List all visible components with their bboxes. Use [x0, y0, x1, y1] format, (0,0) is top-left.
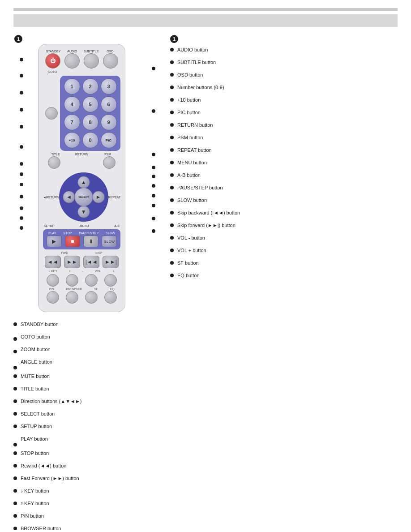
- section-number-right: 1: [170, 35, 178, 43]
- desc-text-menu: MENU button: [177, 159, 207, 166]
- goto-button[interactable]: [45, 107, 58, 120]
- left-label-angle: [20, 101, 26, 118]
- key-vol-label-row: ♭ KEY ♯ - VOL +: [43, 270, 120, 273]
- desc-text-subtitle: SUBTITLE button: [177, 59, 216, 66]
- title-button[interactable]: [48, 156, 60, 169]
- label-pause-step: PAUSE/STEP: [79, 232, 98, 235]
- label-setup: SETUP: [44, 224, 54, 227]
- bullet-play: [20, 195, 23, 198]
- dpad-left-button[interactable]: ◄: [63, 191, 75, 203]
- right-section-header: 1: [170, 35, 398, 43]
- right-descriptions: AUDIO button SUBTITLE button OSD button …: [170, 47, 398, 285]
- right-label-psm: [150, 172, 157, 181]
- dpad-right-button[interactable]: ►: [92, 191, 105, 203]
- label-return-side: ◄RETURN: [43, 196, 59, 199]
- label-vol: VOL: [95, 270, 101, 273]
- skip-fwd-button[interactable]: ►►|: [103, 256, 119, 268]
- num-3-button[interactable]: 3: [101, 78, 117, 94]
- desc-vol-minus: VOL - button: [170, 235, 398, 244]
- eq-button[interactable]: [104, 291, 117, 304]
- desc-vol-plus: VOL + button: [170, 247, 398, 256]
- desc-text-key-b: ♭ KEY button: [21, 488, 49, 494]
- num-2-button[interactable]: 2: [82, 78, 98, 94]
- standby-button[interactable]: ⏻: [45, 53, 60, 69]
- slow-button[interactable]: SLOW: [102, 236, 117, 247]
- desc-text-direction: Direction buttons (▲▼◄►): [21, 398, 81, 405]
- top-label-row: STANDBY AUDIO SUBTITLE OSD: [43, 50, 120, 53]
- bullet-dir1: [20, 162, 23, 166]
- select-button[interactable]: SELECT: [74, 188, 93, 206]
- desc-setup: SETUP button: [13, 423, 398, 432]
- label-return: RETURN: [70, 153, 93, 156]
- desc-text-skip-back: Skip backward (|◄◄) button: [177, 210, 240, 216]
- audio-button[interactable]: [64, 53, 80, 69]
- desc-bullet-vol-plus: [170, 249, 174, 252]
- label-eq: EQ: [110, 287, 115, 291]
- num-8-button[interactable]: 8: [82, 114, 98, 130]
- desc-text-skip-fwd: Skip forward (►►|) button: [177, 222, 235, 229]
- num-7-button[interactable]: 7: [64, 114, 80, 130]
- bullet-angle: [20, 108, 23, 112]
- desc-text-numpad: Number buttons (0-9): [177, 84, 224, 91]
- label-key-hash: ♯: [69, 270, 70, 273]
- bullet-setup: [20, 183, 23, 186]
- desc-menu: MENU button: [170, 159, 398, 168]
- desc-pause: PAUSE/STEP button: [170, 184, 398, 193]
- desc-text-pic: PIC button: [177, 109, 201, 116]
- dpad-up-button[interactable]: ▲: [77, 176, 90, 189]
- desc-text-standby: STANDBY button: [21, 321, 59, 328]
- desc-goto: GOTO button: [13, 334, 398, 343]
- num-1-button[interactable]: 1: [64, 78, 80, 94]
- rewind-button[interactable]: ◄◄: [45, 256, 61, 268]
- plus10-button[interactable]: +10: [64, 132, 80, 148]
- num-0-button[interactable]: 0: [82, 132, 98, 148]
- pause-step-button[interactable]: ⏸: [83, 236, 98, 247]
- left-label-stop: [20, 203, 26, 213]
- label-slow: SLOW: [106, 232, 115, 235]
- stop-button[interactable]: ■: [65, 236, 80, 247]
- num-9-button[interactable]: 9: [101, 114, 117, 130]
- numpad-section: 1 2 3 4 5 6 7 8 9 +10: [60, 76, 120, 151]
- bottom-left-desc: STANDBY button GOTO button ZOOM button A…: [13, 321, 398, 532]
- vol-minus-button[interactable]: [85, 274, 98, 287]
- desc-text-sf: SF button: [177, 260, 199, 266]
- desc-subtitle: SUBTITLE button: [170, 59, 398, 68]
- sf-button[interactable]: [85, 291, 98, 304]
- dpad-area: ◄RETURN ▲ ▼ ◄ ► SELECT REPEAT: [43, 171, 120, 223]
- right-panel: 1 AUDIO button SUBTITLE button OSD butto…: [157, 35, 398, 312]
- num-5-button[interactable]: 5: [82, 96, 98, 112]
- label-standby: STANDBY: [45, 50, 62, 53]
- desc-select: SELECT button: [13, 411, 398, 420]
- bullet-goto: [20, 74, 23, 77]
- desc-text-osd: OSD button: [177, 72, 203, 78]
- pn-button[interactable]: [47, 291, 59, 304]
- select-label: SELECT: [78, 196, 89, 198]
- bullet-rew: [20, 216, 23, 220]
- desc-bullet-pause: [170, 186, 174, 189]
- play-button[interactable]: ▶: [47, 236, 62, 247]
- pic-button[interactable]: PIC: [101, 132, 117, 148]
- key-minus-button[interactable]: [47, 274, 59, 287]
- fast-forward-button[interactable]: ►►: [64, 256, 80, 268]
- bottom-label-row: P/N BROWSER SF EQ: [43, 287, 120, 291]
- vol-plus-button[interactable]: [104, 274, 117, 287]
- bullet-stop: [20, 206, 23, 210]
- num-6-button[interactable]: 6: [101, 96, 117, 112]
- num-4-button[interactable]: 4: [64, 96, 80, 112]
- dpad-down-button[interactable]: ▼: [77, 206, 90, 218]
- numpad-row-3: 7 8 9: [63, 114, 118, 130]
- osd-button[interactable]: [103, 53, 118, 69]
- right-label-ab: [150, 201, 157, 210]
- subtitle-button[interactable]: [84, 53, 99, 69]
- bullet-pic: [152, 153, 155, 156]
- desc-text-play: PLAY button: [21, 436, 48, 442]
- skip-back-button[interactable]: |◄◄: [83, 256, 99, 268]
- left-label-ff: [20, 223, 26, 233]
- browser-button[interactable]: [66, 291, 78, 304]
- desc-return: RETURN button: [170, 122, 398, 131]
- desc-bullet-standby: [13, 322, 17, 326]
- key-plus-button[interactable]: [66, 274, 78, 287]
- psm-button[interactable]: [103, 156, 116, 169]
- desc-text-ff: Fast Forward (►►) button: [21, 475, 79, 482]
- desc-text-audio: AUDIO button: [177, 47, 208, 53]
